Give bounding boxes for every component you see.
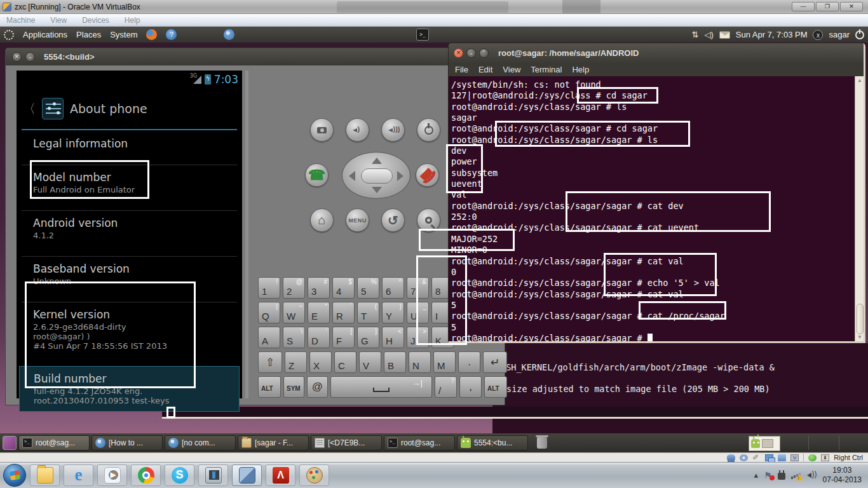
key-D[interactable]: D'	[308, 327, 330, 348]
workspace-applet[interactable]	[749, 436, 780, 451]
key-Q[interactable]: Q|	[258, 302, 280, 323]
chromium-icon[interactable]	[224, 29, 234, 40]
scrollbar-thumb[interactable]	[857, 304, 864, 334]
background-terminal-fragment[interactable]: ISH_KERNEL/goldfish/arch/arm/boot/zImage…	[492, 343, 868, 433]
keyboard-capture-icon[interactable]: ⬇	[821, 454, 829, 461]
power-button[interactable]	[417, 118, 440, 142]
key-N[interactable]: N	[409, 351, 431, 373]
host-title-bar[interactable]: zxc [Running] - Oracle VM VirtualBox —❐✕	[0, 0, 868, 14]
about-phone-header[interactable]: 〈 About phone	[17, 90, 242, 128]
key-space[interactable]: →|	[330, 376, 432, 398]
sync-icon[interactable]: ⇅	[692, 30, 699, 39]
taskbar-item-document[interactable]: [<D7E9B...	[311, 435, 382, 451]
emulator-title-bar[interactable]: ✕ ⌄ 5554:<build>	[6, 48, 505, 65]
key-/[interactable]: /?	[435, 376, 457, 398]
terminal-title-bar[interactable]: ✕ ⌄ ⌃ root@sagar: /home/sagar/ANDROID	[449, 43, 864, 62]
taskbar-button-chrome[interactable]	[131, 464, 161, 486]
terminal-scrollbar[interactable]: ▲ ▼	[855, 76, 864, 341]
close-icon[interactable]: ✕	[12, 52, 22, 62]
vbox-menu-view[interactable]: View	[50, 16, 67, 25]
trash-icon[interactable]	[537, 437, 547, 449]
dpad-center-button[interactable]	[361, 168, 393, 184]
dpad-left-icon[interactable]	[349, 171, 355, 181]
camera-button[interactable]	[310, 118, 334, 142]
mail-icon[interactable]	[719, 31, 730, 39]
key-M[interactable]: M	[433, 351, 456, 373]
key-3[interactable]: 3#	[308, 277, 330, 299]
terminal-menu-terminal[interactable]: Terminal	[531, 65, 562, 74]
power-icon[interactable]	[855, 30, 864, 39]
user-avatar-icon[interactable]: x	[813, 30, 823, 40]
volume-down-button[interactable]: )	[346, 118, 369, 142]
back-chevron-icon[interactable]: 〈	[23, 100, 36, 118]
menu-button[interactable]: MENU	[346, 208, 369, 232]
vbox-menu-devices[interactable]: Devices	[82, 16, 109, 25]
back-button[interactable]: ↺	[381, 208, 405, 232]
network-warning-icon[interactable]	[791, 471, 801, 479]
end-call-button[interactable]: ☎	[416, 163, 439, 187]
taskbar-item-terminal[interactable]: root@sag...	[18, 435, 90, 451]
virtualization-icon[interactable]: V	[790, 454, 799, 461]
key-.[interactable]: .	[458, 351, 480, 373]
taskbar-button-skype[interactable]: S	[165, 464, 194, 486]
key-5[interactable]: 5%	[357, 277, 379, 299]
key-enter[interactable]: ↵	[483, 351, 507, 373]
key-6[interactable]: 6^	[382, 277, 404, 299]
user-name[interactable]: sagar	[829, 30, 850, 39]
dpad-down-icon[interactable]	[372, 187, 382, 193]
taskbar-button-windows-explorer[interactable]	[30, 464, 60, 486]
key-alt-right[interactable]: ALT	[484, 376, 507, 398]
menu-places[interactable]: Places	[76, 30, 101, 39]
taskbar-button-media-player[interactable]	[97, 464, 127, 486]
volume-up-button[interactable]: )))	[381, 118, 405, 142]
taskbar-button-internet-explorer[interactable]: e	[64, 464, 93, 486]
taskbar-button-paint[interactable]	[299, 464, 329, 486]
mouse-capture-icon[interactable]	[808, 454, 817, 461]
minimize-icon[interactable]: ⌄	[25, 52, 35, 62]
call-button[interactable]: ☎	[305, 163, 329, 187]
expand-icon[interactable]: ▴	[754, 470, 759, 480]
device-install-icon[interactable]	[778, 473, 785, 480]
dpad-up-icon[interactable]	[372, 158, 382, 164]
key-G[interactable]: G]	[357, 327, 379, 348]
key-H[interactable]: H<	[382, 327, 404, 348]
minimize-icon[interactable]: —	[792, 2, 815, 11]
vbox-menu-machine[interactable]: Machine	[6, 16, 35, 25]
cd-icon[interactable]	[740, 454, 748, 461]
terminal-menu-help[interactable]: Help	[572, 65, 589, 74]
home-button[interactable]: ⌂	[310, 208, 334, 232]
terminal-menu-file[interactable]: File	[455, 65, 468, 74]
key-R[interactable]: R`	[332, 302, 355, 323]
volume-icon[interactable]: ◁)	[704, 30, 713, 39]
key-4[interactable]: 4$	[332, 277, 355, 299]
taskbar-item-chromium[interactable]: [How to ...	[92, 435, 163, 451]
shared-folder-icon[interactable]	[778, 454, 786, 461]
menu-system[interactable]: System	[110, 30, 137, 39]
minimize-icon[interactable]: ⌄	[466, 48, 476, 58]
key-at[interactable]: @	[307, 376, 328, 398]
taskbar-item-android[interactable]: 5554:<bu...	[457, 435, 528, 451]
key-,[interactable]: ,	[459, 376, 482, 398]
action-center-flag-icon[interactable]: ⚑	[764, 470, 772, 480]
taskbar-button-device-monitor[interactable]	[198, 464, 228, 486]
usb-icon[interactable]: ✐	[752, 454, 761, 461]
terminal-menu-view[interactable]: View	[503, 65, 520, 74]
taskbar-button-virtualbox[interactable]	[232, 464, 262, 486]
panel-clock[interactable]: Sun Apr 7, 7:03 PM	[736, 30, 808, 39]
list-item-android-version[interactable]: Android version4.1.2	[17, 211, 242, 251]
hdd-icon[interactable]	[727, 454, 735, 461]
key-T[interactable]: T{	[357, 302, 379, 323]
key-E[interactable]: E"	[308, 302, 330, 323]
key-V[interactable]: V	[359, 351, 381, 373]
terminal-menu-edit[interactable]: Edit	[478, 65, 492, 74]
key-shift[interactable]: ⇧	[258, 351, 282, 373]
vbox-menu-help[interactable]: Help	[125, 16, 140, 25]
terminal-icon[interactable]: >_	[416, 29, 429, 41]
key-alt-left[interactable]: ALT	[258, 376, 281, 398]
workspace-thumbnail[interactable]	[762, 439, 773, 448]
key-X[interactable]: X	[309, 351, 332, 373]
help-icon[interactable]: ?	[166, 29, 177, 40]
taskbar-item-terminal[interactable]: root@sag...	[384, 435, 455, 451]
dpad-right-icon[interactable]	[397, 171, 403, 181]
key-S[interactable]: S\	[283, 327, 305, 348]
